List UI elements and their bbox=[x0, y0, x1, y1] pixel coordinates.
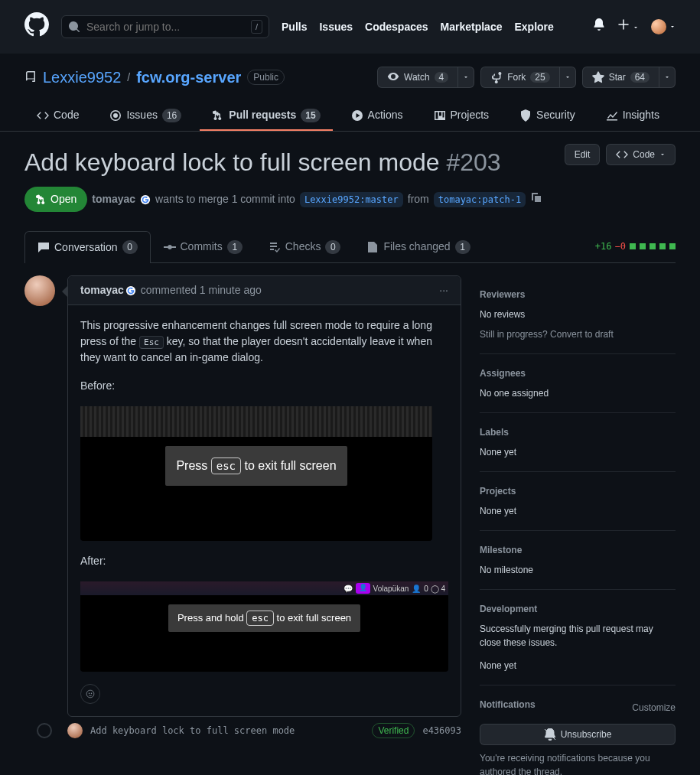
github-logo-icon[interactable] bbox=[24, 12, 49, 41]
nav-pulls[interactable]: Pulls bbox=[282, 19, 307, 35]
visibility-badge: Public bbox=[247, 70, 285, 85]
user-avatar-menu[interactable] bbox=[651, 19, 676, 34]
milestone-heading[interactable]: Milestone bbox=[480, 543, 676, 557]
tab-actions[interactable]: Actions bbox=[339, 101, 415, 131]
labels-none: None yet bbox=[480, 445, 676, 459]
add-reaction-button[interactable] bbox=[80, 684, 100, 704]
tab-insights[interactable]: Insights bbox=[594, 101, 672, 131]
notifications-heading: Notifications bbox=[480, 698, 536, 712]
notifications-icon[interactable] bbox=[593, 18, 605, 35]
tab-security[interactable]: Security bbox=[507, 101, 588, 131]
nav-marketplace[interactable]: Marketplace bbox=[441, 19, 503, 35]
development-none: None yet bbox=[480, 659, 676, 672]
comment-icon bbox=[37, 241, 50, 253]
tab-projects[interactable]: Projects bbox=[422, 101, 502, 131]
base-branch[interactable]: Lexxie9952:master bbox=[300, 192, 403, 207]
fork-dropdown[interactable] bbox=[560, 67, 576, 88]
checklist-icon bbox=[269, 241, 281, 253]
project-icon bbox=[434, 109, 446, 122]
slash-key-hint: / bbox=[251, 20, 262, 34]
fork-icon bbox=[490, 71, 503, 83]
unsubscribe-button[interactable]: Unsubscribe bbox=[480, 724, 676, 745]
star-icon bbox=[592, 71, 604, 83]
tab-files[interactable]: Files changed1 bbox=[353, 230, 483, 262]
after-screenshot: 💬👤Volapükan👤0 ◯ 4 Press and hold esc to … bbox=[80, 581, 448, 672]
reviewers-progress: Still in progress? bbox=[480, 329, 548, 340]
assignees-heading[interactable]: Assignees bbox=[480, 366, 676, 380]
tab-checks[interactable]: Checks0 bbox=[256, 230, 354, 262]
code-icon bbox=[616, 148, 628, 161]
notifications-msg: You're receiving notifications because y… bbox=[480, 751, 676, 775]
code-icon bbox=[37, 109, 49, 122]
before-screenshot: Press esc to exit full screen bbox=[80, 406, 432, 541]
nav-issues[interactable]: Issues bbox=[319, 19, 353, 35]
commit-sha[interactable]: e436093 bbox=[422, 724, 461, 738]
comment-time: commented 1 minute ago bbox=[141, 282, 262, 298]
edit-button[interactable]: Edit bbox=[565, 144, 601, 165]
tab-conversation[interactable]: Conversation0 bbox=[24, 231, 151, 263]
labels-heading[interactable]: Labels bbox=[480, 425, 676, 439]
svg-point-3 bbox=[89, 692, 90, 694]
merge-from-text: from bbox=[408, 191, 429, 207]
search-input-wrapper[interactable]: / bbox=[61, 15, 269, 38]
verified-badge[interactable]: Verified bbox=[372, 723, 415, 738]
comment-author[interactable]: tomayac bbox=[80, 282, 124, 298]
svg-point-4 bbox=[91, 692, 93, 694]
commit-icon bbox=[164, 241, 176, 253]
pr-author[interactable]: tomayac bbox=[92, 191, 135, 207]
copy-branch-icon[interactable] bbox=[530, 191, 542, 208]
comment-menu-icon[interactable]: ··· bbox=[439, 282, 448, 298]
watch-button[interactable]: Watch4 bbox=[377, 67, 458, 88]
pr-title: Add keyboard lock to full screen mode #2… bbox=[24, 144, 552, 181]
commit-avatar bbox=[67, 723, 83, 738]
shield-icon bbox=[519, 109, 532, 122]
google-badge-icon bbox=[140, 194, 151, 205]
code-button[interactable]: Code bbox=[606, 144, 676, 165]
comment-body: This progressive enhancement changes ful… bbox=[68, 305, 461, 716]
development-heading[interactable]: Development bbox=[480, 602, 676, 616]
repo-sep: / bbox=[127, 70, 130, 86]
comment-avatar[interactable] bbox=[24, 275, 55, 306]
pr-icon bbox=[212, 109, 224, 122]
reviewers-none: No reviews bbox=[480, 308, 676, 321]
customize-link[interactable]: Customize bbox=[632, 701, 676, 715]
chevron-down-icon bbox=[565, 74, 571, 80]
commit-message[interactable]: Add keyboard lock to full screen mode bbox=[90, 724, 364, 738]
nav-explore[interactable]: Explore bbox=[514, 19, 553, 35]
compare-branch[interactable]: tomayac:patch-1 bbox=[434, 192, 526, 207]
graph-icon bbox=[606, 109, 618, 122]
chevron-down-icon bbox=[664, 74, 670, 80]
file-diff-icon bbox=[366, 241, 379, 253]
fork-button[interactable]: Fork25 bbox=[480, 67, 559, 88]
svg-point-2 bbox=[86, 690, 94, 698]
milestone-none: No milestone bbox=[480, 563, 676, 577]
assignees-none: No one assigned bbox=[480, 386, 676, 400]
search-input[interactable] bbox=[85, 20, 251, 34]
projects-none: None yet bbox=[480, 504, 676, 518]
convert-draft-link[interactable]: Convert to draft bbox=[550, 329, 614, 340]
google-badge-icon bbox=[125, 285, 136, 296]
star-dropdown[interactable] bbox=[659, 67, 676, 88]
projects-heading[interactable]: Projects bbox=[480, 484, 676, 498]
commit-row[interactable]: Add keyboard lock to full screen mode Ve… bbox=[24, 717, 461, 744]
merge-wants-text: wants to merge 1 commit into bbox=[155, 191, 295, 207]
chevron-down-icon bbox=[659, 151, 666, 158]
play-icon bbox=[351, 109, 363, 122]
bell-slash-icon bbox=[544, 728, 556, 741]
repo-owner-link[interactable]: Lexxie9952 bbox=[43, 66, 121, 89]
tab-commits[interactable]: Commits1 bbox=[151, 230, 256, 262]
repo-name-link[interactable]: fcw.org-server bbox=[136, 66, 241, 89]
tab-issues[interactable]: Issues16 bbox=[97, 101, 194, 131]
tab-code[interactable]: Code bbox=[24, 101, 91, 131]
tab-pulls[interactable]: Pull requests15 bbox=[200, 101, 332, 131]
star-button[interactable]: Star64 bbox=[582, 67, 659, 88]
reviewers-heading[interactable]: Reviewers bbox=[480, 288, 676, 301]
repo-icon bbox=[24, 71, 37, 83]
pr-icon bbox=[35, 194, 47, 206]
add-dropdown-icon[interactable] bbox=[617, 18, 639, 35]
watch-dropdown[interactable] bbox=[458, 67, 474, 88]
nav-codespaces[interactable]: Codespaces bbox=[365, 19, 428, 35]
chevron-down-icon bbox=[463, 74, 469, 80]
development-msg: Successfully merging this pull request m… bbox=[480, 622, 676, 650]
eye-icon bbox=[387, 71, 399, 83]
